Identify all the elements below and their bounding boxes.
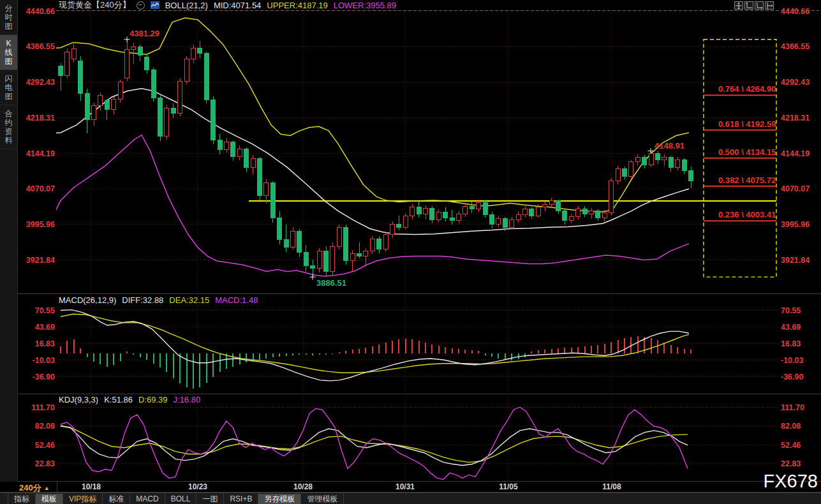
axis-label: -36.90 (33, 373, 55, 382)
toolbar-item-save-template[interactable]: 另存模板 (258, 494, 301, 504)
interval-arrow-icon: ▲ (44, 485, 50, 491)
candle (377, 239, 381, 249)
macd-name: MACD(26,12,9) (59, 295, 116, 305)
candle (602, 213, 607, 218)
price-annotation: 4381.29 (129, 29, 159, 38)
candle (642, 157, 647, 165)
axis-label: -36.90 (781, 373, 803, 382)
boll-mid-value: MID:4071.54 (214, 1, 261, 10)
candle (71, 49, 76, 59)
candle (237, 149, 242, 157)
axis-label: 3995.96 (781, 220, 810, 229)
sidebar-item-lightning-chart[interactable]: 闪电图 (0, 70, 17, 105)
candle (244, 149, 249, 168)
sidebar-item-contract-info[interactable]: 合约资料 (0, 105, 17, 149)
candle (450, 218, 454, 221)
candle (218, 140, 222, 149)
toolbar-item-standard[interactable]: 标准 (103, 494, 130, 504)
chart-type-icon[interactable] (151, 1, 159, 9)
fib-level-label: 0.618 \ 4192.59 (718, 119, 776, 129)
macd-diff-value: DIFF:32.88 (122, 295, 163, 305)
main-chart-legend: 现货黄金【240分】 BOLL(21,2) MID:4071.54 UPPER:… (59, 0, 396, 10)
candle (463, 206, 468, 214)
candle (324, 251, 329, 272)
macd-legend: MACD(26,12,9) DIFF:32.88 DEA:32.15 MACD:… (59, 295, 258, 305)
candle (138, 47, 142, 56)
toolbar-item-one-chart[interactable]: 一图 (196, 494, 224, 504)
kdj-k-value: K:51.86 (104, 395, 133, 404)
axis-label: 4292.43 (26, 78, 55, 87)
axis-label: 43.69 (781, 323, 801, 332)
sidebar-item-kline-chart[interactable]: K线图 (0, 35, 17, 70)
axis-scale-left-icon[interactable] (744, 1, 753, 10)
pan-tool-icon[interactable] (734, 1, 743, 10)
candle (596, 211, 600, 218)
candle (145, 57, 149, 70)
axis-shift-icon[interactable] (765, 1, 774, 10)
bottom-toolbar: 指标 模板 VIP指标 标准 MACD BOLL 一图 RSI+B 另存模板 管… (0, 493, 821, 504)
toolbar-item-vip-indicators[interactable]: VIP指标 (63, 494, 103, 504)
toolbar-item-rsi-b[interactable]: RSI+B (224, 494, 258, 504)
axis-label: 52.46 (35, 441, 55, 450)
macd-dea-value: DEA:32.15 (169, 295, 209, 305)
axis-label: 4440.66 (781, 7, 810, 16)
circle-minus-icon[interactable] (137, 1, 145, 10)
axis-scale-right-icon[interactable] (755, 1, 764, 10)
candle (357, 254, 362, 256)
candle (529, 209, 534, 216)
boll-upper-line (20, 18, 689, 212)
candle (582, 209, 587, 214)
candle (390, 225, 395, 235)
axis-label: 3921.84 (26, 256, 55, 265)
candle (609, 181, 614, 213)
macd-histogram (61, 336, 691, 389)
fib-level-label: 0.500 \ 4134.15 (718, 147, 776, 157)
axis-label: 4144.19 (26, 149, 55, 158)
toolbar-item-boll[interactable]: BOLL (165, 494, 197, 504)
axis-label: 111.70 (781, 403, 804, 412)
candle (304, 252, 308, 265)
axis-label: 4144.19 (781, 149, 810, 158)
axis-label: 22.83 (35, 459, 55, 468)
toolbar-item-templates[interactable]: 模板 (36, 494, 63, 504)
date-label: 10/31 (396, 482, 415, 491)
toolbar-item-manage-templates[interactable]: 管理模板 (301, 494, 344, 504)
candle (364, 251, 368, 256)
macd-pane (57, 310, 778, 389)
candle (682, 160, 686, 171)
vertical-gridlines (91, 11, 612, 480)
candle (516, 215, 521, 220)
candle (330, 246, 335, 271)
date-label: 10/18 (82, 482, 101, 491)
kdj-j-value: J:16.80 (174, 395, 201, 404)
candle (317, 251, 322, 269)
candle (264, 183, 269, 196)
candle (629, 162, 633, 177)
chart-canvas[interactable]: 0.764 \ 4264.900.618 \ 4192.590.500 \ 41… (0, 0, 821, 493)
candle (311, 265, 315, 269)
candle (204, 54, 209, 100)
kdj-name: KDJ(9,3,3) (59, 395, 98, 404)
candle (503, 219, 507, 228)
kdj-d-value: D:69.39 (138, 395, 168, 404)
price-annotation: 4148.91 (655, 141, 684, 151)
candle (543, 204, 547, 207)
candle (344, 227, 348, 261)
candle (151, 70, 156, 98)
kdj-d-line (61, 426, 688, 463)
candle (165, 108, 169, 137)
toolbar-item-indicators[interactable]: 指标 (8, 494, 36, 504)
candle (589, 211, 594, 214)
candle (225, 142, 229, 149)
date-label: 11/08 (602, 482, 621, 491)
axis-label: 22.83 (781, 459, 801, 468)
toolbar-item-macd[interactable]: MACD (130, 494, 165, 504)
sidebar-item-time-chart[interactable]: 分时图 (0, 0, 17, 35)
candle (410, 207, 415, 216)
boll-label: BOLL(21,2) (165, 1, 208, 10)
boll-lower-value: LOWER:3955.89 (334, 1, 396, 10)
candle (662, 157, 667, 160)
candle (490, 215, 494, 225)
candle (417, 207, 421, 214)
candle (383, 235, 388, 249)
